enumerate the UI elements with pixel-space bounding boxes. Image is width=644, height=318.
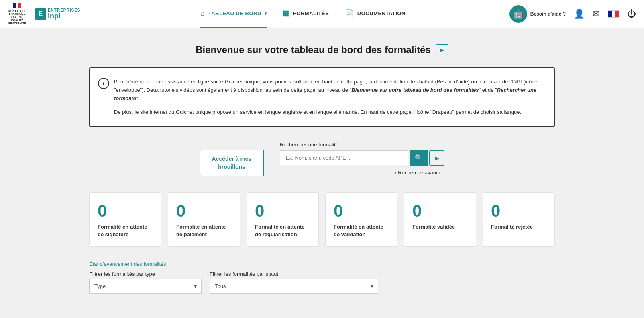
inpi-text-group: ENTREPRISES inpi [48, 8, 81, 20]
header: RÉPUBLIQUE FRANÇAISE Liberté Égalité Fra… [0, 0, 644, 28]
search-label: Rechercher une formalité [280, 142, 444, 148]
chatbot-button[interactable]: 🤖 Besoin d'aide ? [509, 5, 566, 23]
stat-card-0[interactable]: 0 Formalité en attente de signature [89, 192, 161, 246]
republique-francaise-logo: RÉPUBLIQUE FRANÇAISE Liberté Égalité Fra… [8, 3, 31, 25]
filter-status-label: Filtrer les formalités par statut [210, 271, 378, 277]
inpi-logo[interactable]: E ENTREPRISES inpi [35, 8, 81, 20]
language-flag[interactable] [608, 10, 619, 18]
stat-card-4[interactable]: 0 Formalité validée [404, 192, 476, 246]
stat-label-3: Formalité en attente de validation [334, 223, 389, 238]
search-button[interactable]: 🔍 [410, 150, 428, 166]
user-icon[interactable]: 👤 [574, 9, 585, 19]
filter-type-select[interactable]: Type [89, 279, 202, 294]
stat-card-2[interactable]: 0 Formalité en attente de régularisation [247, 192, 319, 246]
stat-number-4: 0 [412, 203, 468, 219]
stat-label-5: Formalité rejetée [491, 223, 546, 231]
info-box: i Pour bénéficier d'une assistance en li… [89, 67, 555, 127]
stat-number-2: 0 [255, 203, 310, 219]
rf-line3: Liberté [11, 16, 23, 19]
stat-label-1: Formalité en attente de paiement [176, 223, 232, 238]
formalites-icon: ▦ [283, 9, 290, 18]
main-nav: ⌂ TABLEAU DE BORD ▾ ▦ FORMALITÉS 📄 DOCUM… [96, 0, 509, 28]
logout-icon[interactable]: ⏻ [627, 9, 636, 19]
filter-type-wrapper: Type [89, 279, 202, 294]
nav-documentation-label: DOCUMENTATION [357, 10, 406, 16]
nav-documentation[interactable]: 📄 DOCUMENTATION [345, 0, 406, 28]
search-column: Rechercher une formalité 🔍 ▶ › Recherche… [280, 142, 444, 176]
rf-line1: RÉPUBLIQUE [8, 10, 26, 13]
chatbot-label: Besoin d'aide ? [530, 11, 566, 17]
filter-status-wrapper: Tous [210, 279, 378, 294]
drafts-button[interactable]: Accéder à mesbrouillons [200, 150, 264, 176]
chatbot-icon: 🤖 [509, 5, 527, 23]
filter-status-group: Filtrer les formalités par statut Tous [210, 271, 378, 294]
advanced-search-link[interactable]: › Recherche avancée [280, 170, 444, 176]
nav-formalites-label: FORMALITÉS [293, 10, 329, 16]
filters-section-title: État d'avancement des formalités [89, 261, 555, 267]
stat-number-1: 0 [176, 203, 232, 219]
info-paragraph-2: De plus, le site internet du Guichet uni… [114, 108, 542, 117]
filters-section: État d'avancement des formalités Filtrer… [89, 261, 555, 294]
search-video-button[interactable]: ▶ [429, 150, 444, 166]
stat-card-1[interactable]: 0 Formalité en attente de paiement [168, 192, 240, 246]
advanced-search-label: Recherche avancée [398, 170, 444, 176]
doc-icon: 📄 [345, 9, 354, 18]
rf-line5: Fraternité [8, 22, 26, 25]
stat-label-2: Formalité en attente de régularisation [255, 223, 310, 238]
stat-card-5[interactable]: 0 Formalité rejetée [483, 192, 555, 246]
header-right: 🤖 Besoin d'aide ? 👤 ✉ ⏻ [509, 5, 636, 23]
search-row: 🔍 ▶ [280, 150, 444, 166]
search-icon: 🔍 [415, 154, 423, 162]
title-play-icon: ▶ [440, 47, 444, 53]
rf-line4: Égalité [11, 19, 23, 22]
page-title: Bienvenue sur votre tableau de bord des … [196, 44, 431, 55]
title-video-button[interactable]: ▶ [436, 44, 448, 55]
home-icon: ⌂ [200, 9, 205, 18]
stat-number-5: 0 [491, 203, 546, 219]
info-paragraph-1: Pour bénéficier d'une assistance en lign… [114, 78, 542, 103]
filter-type-group: Filtrer les formalités par type Type [89, 271, 202, 294]
search-area: Accéder à mesbrouillons Rechercher une f… [89, 142, 555, 176]
main-content: Bienvenue sur votre tableau de bord des … [81, 28, 563, 302]
page-title-row: Bienvenue sur votre tableau de bord des … [89, 44, 555, 55]
nav-tableau-label: TABLEAU DE BORD [208, 10, 261, 16]
search-play-icon: ▶ [435, 155, 439, 161]
inpi-e-letter: E [35, 8, 46, 20]
filters-row: Filtrer les formalités par type Type Fil… [89, 271, 555, 294]
stat-cards-row: 0 Formalité en attente de signature 0 Fo… [89, 192, 555, 246]
nav-chevron-icon: ▾ [265, 11, 267, 16]
rf-line2: FRANÇAISE [9, 12, 26, 16]
filter-status-select[interactable]: Tous [210, 279, 378, 294]
inpi-label: inpi [48, 12, 81, 20]
filter-type-label: Filtrer les formalités par type [89, 271, 202, 277]
stat-number-3: 0 [334, 203, 389, 219]
logo-group: RÉPUBLIQUE FRANÇAISE Liberté Égalité Fra… [8, 3, 80, 25]
mail-icon[interactable]: ✉ [593, 9, 600, 19]
stat-label-4: Formalité validée [412, 223, 468, 231]
nav-tableau-de-bord[interactable]: ⌂ TABLEAU DE BORD ▾ [200, 0, 267, 28]
search-input[interactable] [280, 150, 408, 165]
stat-number-0: 0 [98, 203, 153, 219]
stat-label-0: Formalité en attente de signature [98, 223, 153, 238]
stat-card-3[interactable]: 0 Formalité en attente de validation [325, 192, 397, 246]
chevron-right-icon: › [395, 170, 397, 175]
nav-formalites[interactable]: ▦ FORMALITÉS [283, 0, 329, 28]
info-icon: i [98, 78, 109, 89]
